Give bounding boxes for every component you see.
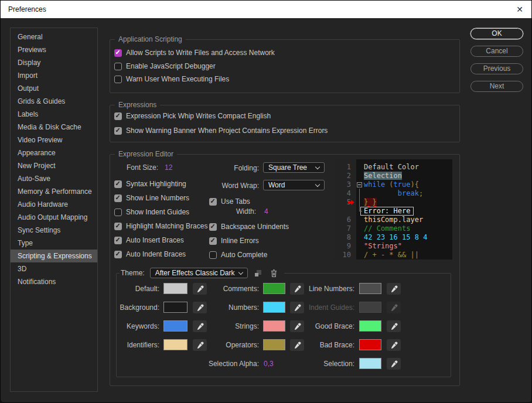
option-allow-scripts-to-write-files-and-access-network[interactable]: Allow Scripts to Write Files and Access … bbox=[114, 49, 275, 57]
eyedropper-icon[interactable] bbox=[387, 339, 401, 351]
checkbox-unchecked-icon bbox=[114, 63, 122, 70]
option-use-tabs[interactable]: Use Tabs bbox=[209, 197, 250, 206]
ok-button[interactable]: OK bbox=[470, 28, 523, 39]
previous-button[interactable]: Previous bbox=[470, 63, 523, 74]
option-warn-user-when-executing-files[interactable]: Warn User When Executing Files bbox=[114, 75, 229, 83]
line-number: 6 bbox=[335, 216, 356, 224]
sidebar-item-import[interactable]: Import bbox=[11, 69, 97, 82]
color-label-indent-guides: Indent Guides: bbox=[267, 303, 354, 312]
option-label: Warn User When Executing Files bbox=[126, 75, 229, 83]
option-auto-complete[interactable]: Auto Complete bbox=[209, 251, 267, 259]
folding-dropdown[interactable]: Square Tree bbox=[263, 162, 325, 173]
checkbox-checked-icon bbox=[114, 112, 122, 120]
code-token: Default Color bbox=[364, 163, 419, 171]
color-label-strings: Strings: bbox=[171, 322, 259, 330]
color-label-keywords: Keywords: bbox=[71, 322, 159, 330]
code-token: ; bbox=[419, 189, 423, 197]
option-auto-indent-braces[interactable]: Auto Indent Braces bbox=[114, 250, 186, 258]
sidebar-item-new-project[interactable]: New Project bbox=[11, 159, 97, 172]
folding-label: Folding: bbox=[200, 164, 259, 172]
code-token: Selection bbox=[364, 172, 402, 180]
code-line: 7// Comments bbox=[335, 224, 452, 233]
checkbox-unchecked-icon bbox=[114, 209, 122, 216]
cancel-button[interactable]: Cancel bbox=[470, 46, 523, 57]
sidebar-item-grids-guides[interactable]: Grids & Guides bbox=[11, 95, 97, 108]
color-swatch-good-brace[interactable] bbox=[359, 320, 381, 332]
eyedropper-icon[interactable] bbox=[387, 320, 401, 332]
fold-column bbox=[356, 172, 364, 180]
color-label-numbers: Numbers: bbox=[171, 303, 259, 312]
sidebar-item-display[interactable]: Display bbox=[11, 56, 97, 69]
color-label-line-numbers: Line Numbers: bbox=[267, 285, 354, 293]
sidebar-item-sync-settings[interactable]: Sync Settings bbox=[11, 224, 97, 237]
sidebar-item-media-disk-cache[interactable]: Media & Disk Cache bbox=[11, 121, 97, 134]
eyedropper-icon[interactable] bbox=[387, 358, 401, 370]
delete-theme-icon[interactable] bbox=[269, 268, 279, 278]
sidebar-item-audio-output-mapping[interactable]: Audio Output Mapping bbox=[11, 211, 97, 224]
sidebar-item-audio-hardware[interactable]: Audio Hardware bbox=[11, 198, 97, 211]
sidebar-item-appearance[interactable]: Appearance bbox=[11, 146, 97, 159]
option-label: Syntax Highlighting bbox=[126, 180, 186, 188]
sidebar-item-memory-performance[interactable]: Memory & Performance bbox=[11, 185, 97, 198]
close-icon[interactable]: ✕ bbox=[516, 4, 523, 15]
theme-dropdown[interactable]: After Effects Classic Dark bbox=[150, 268, 248, 278]
code-token: true bbox=[394, 180, 411, 189]
color-swatch-bad-brace[interactable] bbox=[359, 339, 381, 350]
option-show-indent-guides[interactable]: Show Indent Guides bbox=[114, 208, 189, 216]
sidebar-item-auto-save[interactable]: Auto-Save bbox=[11, 172, 97, 185]
option-label: Auto Insert Braces bbox=[126, 236, 184, 244]
sidebar-item-3d[interactable]: 3D bbox=[11, 262, 97, 275]
option-highlight-matching-braces[interactable]: Highlight Matching Braces bbox=[114, 222, 207, 230]
sidebar-item-previews[interactable]: Previews bbox=[11, 43, 97, 56]
word-wrap-label: Word Wrap: bbox=[200, 182, 259, 190]
duplicate-theme-icon[interactable] bbox=[253, 268, 264, 278]
font-size-value[interactable]: 12 bbox=[165, 163, 172, 172]
color-label-good-brace: Good Brace: bbox=[267, 322, 354, 330]
sidebar-item-general[interactable]: General bbox=[11, 30, 97, 43]
option-auto-insert-braces[interactable]: Auto Insert Braces bbox=[114, 236, 184, 244]
sidebar: GeneralPreviewsDisplayImportOutputGrids … bbox=[10, 28, 98, 392]
window-title: Preferences bbox=[8, 5, 46, 13]
checkbox-checked-icon bbox=[114, 251, 122, 258]
eyedropper-icon[interactable] bbox=[387, 283, 401, 295]
line-number: 4 bbox=[335, 189, 356, 198]
option-label: Expression Pick Whip Writes Compact Engl… bbox=[126, 112, 271, 120]
option-label: Show Warning Banner When Project Contain… bbox=[126, 127, 328, 135]
sidebar-item-video-preview[interactable]: Video Preview bbox=[11, 134, 97, 146]
code-token: ){ bbox=[411, 180, 419, 189]
option-enable-javascript-debugger[interactable]: Enable JavaScript Debugger bbox=[114, 62, 216, 70]
option-backspace-unindents[interactable]: Backspace Unindents bbox=[209, 223, 289, 231]
sidebar-item-output[interactable]: Output bbox=[11, 82, 97, 95]
option-show-line-numbers[interactable]: Show Line Numbers bbox=[114, 194, 189, 202]
eyedropper-icon bbox=[387, 302, 401, 313]
chevron-down-icon bbox=[315, 182, 320, 187]
section-expressions: Expressions Expression Pick Whip Writes … bbox=[110, 105, 460, 142]
code-line: 2Selection bbox=[335, 172, 452, 180]
checkbox-checked-icon bbox=[114, 194, 122, 202]
option-expression-pick-whip-writes-compact-english[interactable]: Expression Pick Whip Writes Compact Engl… bbox=[114, 112, 271, 120]
chevron-down-icon bbox=[238, 270, 243, 275]
tab-width-value[interactable]: 4 bbox=[264, 207, 268, 216]
line-number: 3 bbox=[335, 180, 356, 189]
option-show-warning-banner-when-project-contains-expression-errors[interactable]: Show Warning Banner When Project Contain… bbox=[114, 127, 328, 135]
code-token: "Strings" bbox=[364, 242, 402, 250]
line-number bbox=[335, 207, 356, 216]
sidebar-item-scripting-expressions[interactable]: Scripting & Expressions bbox=[11, 250, 97, 262]
next-button[interactable]: Next bbox=[470, 81, 523, 92]
option-label: Allow Scripts to Write Files and Access … bbox=[126, 49, 275, 57]
fold-column bbox=[356, 163, 364, 172]
option-syntax-highlighting[interactable]: Syntax Highlighting bbox=[114, 180, 186, 188]
fold-marker-icon[interactable] bbox=[357, 182, 362, 187]
code-line: 4 break; bbox=[335, 189, 452, 198]
word-wrap-dropdown[interactable]: Word bbox=[263, 180, 325, 190]
code-text: Error: Here bbox=[364, 207, 414, 216]
option-inline-errors[interactable]: Inline Errors bbox=[209, 237, 259, 245]
fold-column bbox=[356, 224, 364, 233]
color-swatch-selection[interactable] bbox=[359, 358, 381, 369]
color-swatch-line-numbers[interactable] bbox=[359, 283, 381, 294]
sidebar-item-labels[interactable]: Labels bbox=[11, 108, 97, 121]
chevron-down-icon bbox=[315, 165, 320, 169]
color-label-bad-brace: Bad Brace: bbox=[267, 341, 354, 349]
color-swatch-indent-guides bbox=[359, 302, 381, 313]
sidebar-item-type[interactable]: Type bbox=[11, 237, 97, 250]
